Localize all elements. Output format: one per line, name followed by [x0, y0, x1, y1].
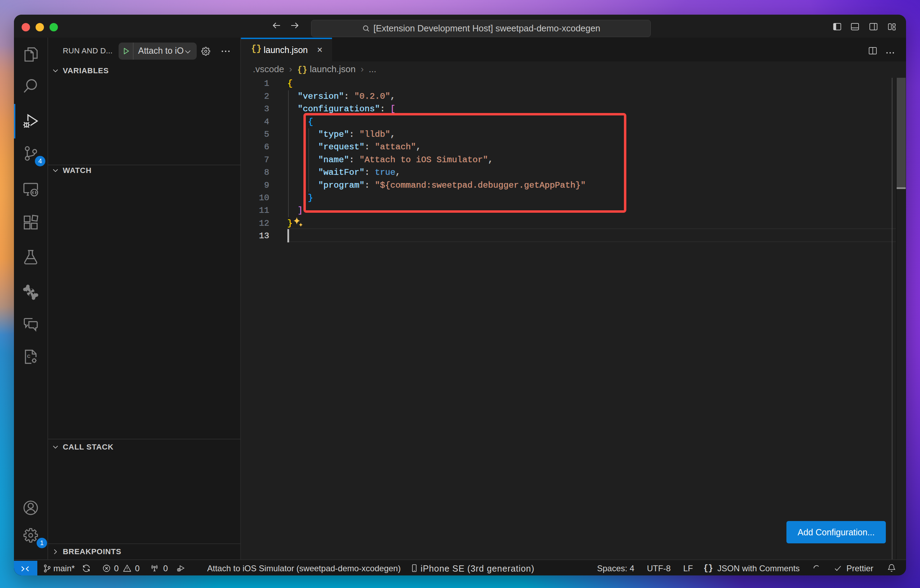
svg-text:C: C	[27, 354, 31, 359]
